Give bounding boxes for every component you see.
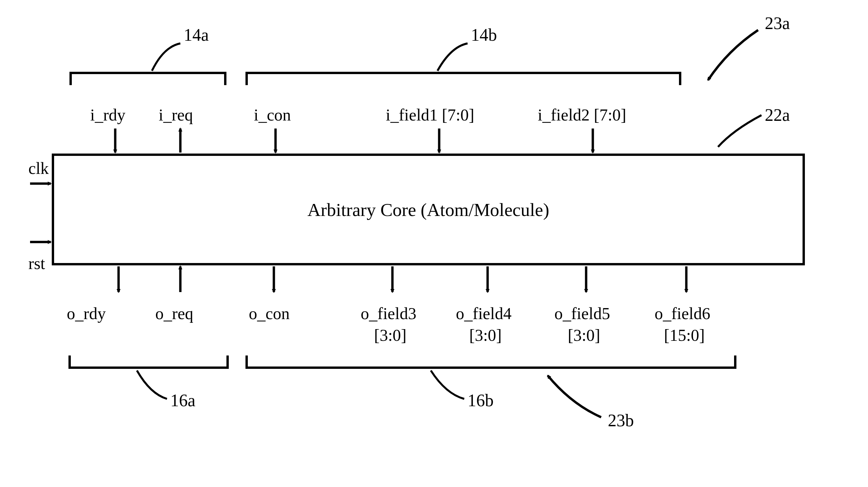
- ref-22a-leader-icon: [718, 115, 762, 147]
- ref-23a-leader-icon: [708, 30, 758, 80]
- block-diagram: Arbitrary Core (Atom/Molecule) clk rst i…: [27, 13, 845, 474]
- ref-16a-leader-icon: [137, 370, 167, 399]
- ref-14b-leader-icon: [437, 43, 468, 71]
- ref-23b-leader-icon: [548, 376, 601, 417]
- ref-16b-leader-icon: [431, 370, 464, 399]
- arrows-layer: [27, 13, 845, 474]
- ref-14a-leader-icon: [152, 43, 180, 71]
